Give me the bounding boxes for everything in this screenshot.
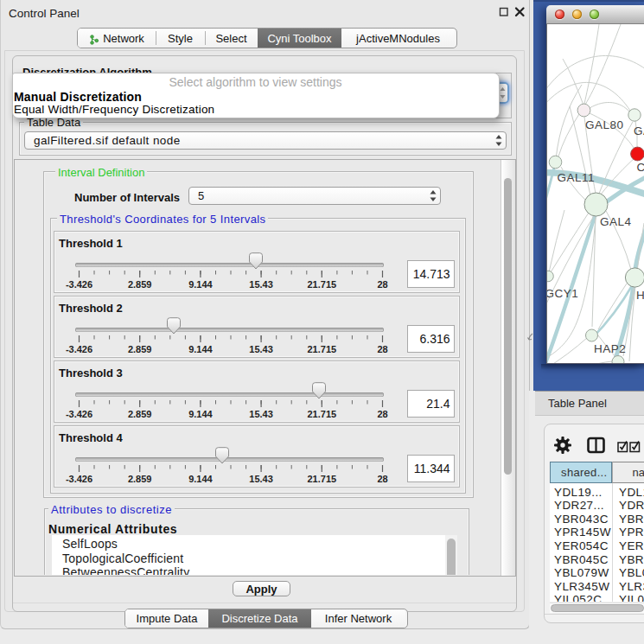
svg-text:HAP2: HAP2 [594, 342, 626, 355]
svg-text:GA: GA [634, 124, 644, 137]
svg-text:GCY1: GCY1 [547, 287, 578, 300]
svg-text:GAL4: GAL4 [600, 215, 632, 228]
svg-text:C: C [637, 161, 644, 174]
svg-text:GAL11: GAL11 [558, 171, 596, 184]
svg-text:H: H [636, 289, 644, 302]
svg-text:GAL80: GAL80 [585, 118, 624, 131]
